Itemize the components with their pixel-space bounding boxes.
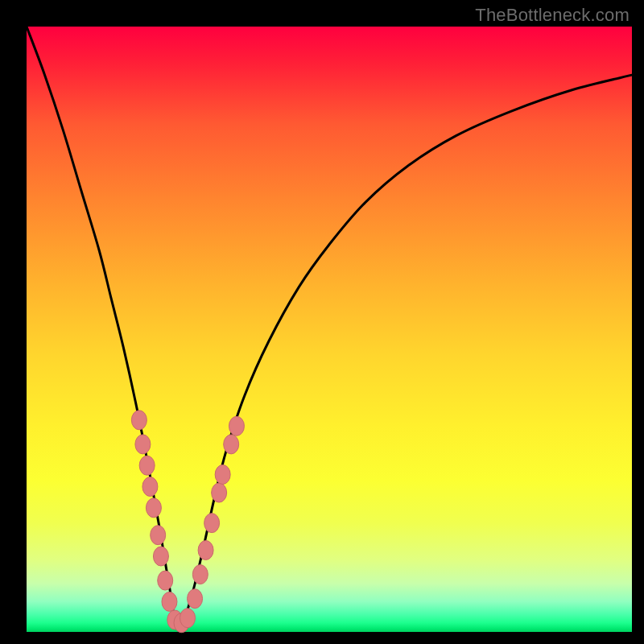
marker-point	[229, 416, 244, 436]
marker-point	[158, 571, 173, 590]
bottleneck-curve	[27, 27, 632, 630]
marker-point	[139, 456, 155, 475]
marker-point	[212, 483, 227, 502]
marker-point	[142, 477, 158, 497]
marker-point	[153, 547, 168, 566]
marker-point	[146, 498, 161, 518]
marker-point	[204, 514, 220, 533]
marker-point	[135, 435, 151, 454]
marker-point	[188, 589, 203, 609]
marker-point	[198, 540, 213, 559]
marker-point	[224, 435, 239, 454]
marker-point	[215, 464, 230, 484]
marker-point	[151, 526, 166, 545]
marker-point	[192, 565, 208, 584]
chart-frame: TheBottleneck.com	[0, 0, 644, 644]
plot-area	[27, 27, 632, 632]
watermark-text: TheBottleneck.com	[475, 5, 630, 26]
marker-point	[131, 411, 147, 430]
marker-point	[162, 592, 177, 611]
highlight-markers	[131, 411, 244, 633]
chart-svg	[27, 27, 632, 632]
marker-point	[180, 609, 196, 628]
